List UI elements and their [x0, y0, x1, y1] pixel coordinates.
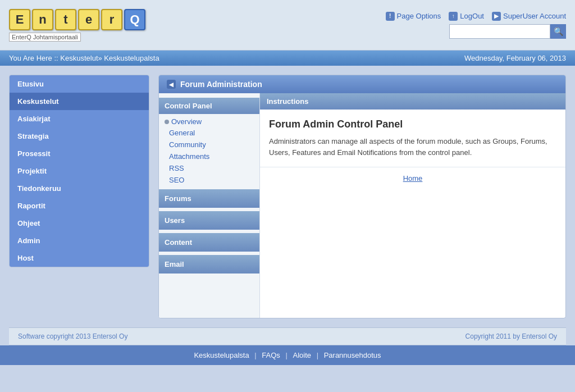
attachments-link[interactable]: Attachments — [159, 151, 259, 162]
search-button[interactable]: 🔍 — [550, 24, 566, 39]
bottom-nav: Keskustelupalsta | FAQs | Aloite | Paran… — [0, 345, 575, 365]
header: E n t e r Q EnterQ Johtamisportaali ! Pa… — [0, 0, 575, 51]
instructions-content: Forum Admin Control Panel Administrators… — [260, 110, 565, 167]
control-panel-header: Control Panel — [159, 98, 259, 114]
sidebar-item-ohjeet[interactable]: Ohjeet — [10, 215, 149, 232]
instructions-header: Instructions — [260, 93, 565, 110]
sidebar-item-raportit[interactable]: Raportit — [10, 197, 149, 215]
sidebar-item-keskustelut[interactable]: Keskustelut — [10, 93, 149, 110]
sidebar-item-strategia[interactable]: Strategia — [10, 127, 149, 145]
overview-link[interactable]: Overview — [171, 117, 202, 126]
bottom-nav-parannusehdotus[interactable]: Parannusehdotus — [324, 351, 381, 359]
sep3: | — [317, 351, 318, 359]
header-right: ! Page Options ↑ LogOut ▶ SuperUser Acco… — [386, 12, 566, 39]
seo-link[interactable]: SEO — [159, 174, 259, 186]
email-button[interactable]: Email — [159, 255, 259, 274]
page-options-link[interactable]: ! Page Options — [386, 12, 441, 21]
home-link-area: Home — [260, 167, 565, 189]
rss-link[interactable]: RSS — [159, 162, 259, 174]
forums-button[interactable]: Forums — [159, 189, 259, 208]
sidebar-item-etusivu[interactable]: Etusivu — [10, 75, 149, 93]
community-link[interactable]: Community — [159, 139, 259, 151]
sidebar: Etusivu Keskustelut Asiakirjat Strategia… — [9, 75, 149, 267]
sidebar-item-host[interactable]: Host — [10, 249, 149, 267]
sidebar-item-prosessit[interactable]: Prosessit — [10, 145, 149, 162]
logo-tile-n: n — [32, 9, 53, 30]
logo-tile-t: t — [55, 9, 76, 30]
sidebar-item-projektit[interactable]: Projektit — [10, 162, 149, 180]
sidebar-item-asiakirjat[interactable]: Asiakirjat — [10, 110, 149, 127]
home-link[interactable]: Home — [403, 174, 423, 183]
sidebar-item-tiedonkeruu[interactable]: Tiedonkeruu — [10, 180, 149, 197]
sidebar-item-admin[interactable]: Admin — [10, 232, 149, 249]
bottom-nav-keskustelupalsta[interactable]: Keskustelupalsta — [194, 351, 249, 359]
copyright-bar: Software copyright 2013 Entersol Oy Copy… — [9, 327, 566, 345]
logo-tiles: E n t e r Q — [9, 9, 145, 30]
logo-tile-q: Q — [124, 9, 145, 30]
logo-tile-r: r — [101, 9, 122, 30]
breadcrumb-bar: You Are Here :: Keskustelut» Keskustelup… — [0, 51, 575, 66]
breadcrumb-date: Wednesday, February 06, 2013 — [464, 54, 566, 62]
forum-body: Control Panel Overview General Community… — [159, 93, 565, 318]
sep1: | — [254, 351, 256, 359]
logo-subtitle: EnterQ Johtamisportaali — [9, 33, 81, 42]
instructions-title: Forum Admin Control Panel — [269, 118, 556, 130]
logout-link[interactable]: ↑ LogOut — [449, 12, 484, 21]
general-link[interactable]: General — [159, 127, 259, 139]
forum-admin-title: Forum Administration — [180, 80, 262, 89]
forum-admin-header: ◀ Forum Administration — [159, 75, 565, 93]
right-panel: Instructions Forum Admin Control Panel A… — [260, 93, 565, 318]
instructions-body: Administrators can manage all aspects of… — [269, 136, 556, 158]
header-links: ! Page Options ↑ LogOut ▶ SuperUser Acco… — [386, 12, 566, 21]
copyright-left: Software copyright 2013 Entersol Oy — [18, 332, 127, 340]
superuser-icon: ▶ — [492, 12, 501, 21]
logout-icon: ↑ — [449, 12, 458, 21]
page-options-icon: ! — [386, 12, 395, 21]
search-input[interactable] — [449, 24, 550, 39]
main-container: Etusivu Keskustelut Asiakirjat Strategia… — [0, 66, 575, 327]
logo-tile-e: E — [9, 9, 30, 30]
collapse-button[interactable]: ◀ — [167, 80, 176, 89]
sep2: | — [285, 351, 287, 359]
left-panel: Control Panel Overview General Community… — [159, 93, 260, 318]
copyright-right: Copyright 2011 by Entersol Oy — [466, 332, 557, 340]
search-bar: 🔍 — [449, 24, 566, 39]
bottom-nav-aloite[interactable]: Aloite — [293, 351, 311, 359]
overview-item: Overview — [159, 116, 259, 127]
breadcrumb-text: You Are Here :: Keskustelut» Keskustelup… — [9, 54, 159, 62]
bullet-dot — [165, 120, 169, 124]
content-area: ◀ Forum Administration Control Panel Ove… — [158, 75, 566, 318]
superuser-link[interactable]: ▶ SuperUser Account — [492, 12, 566, 21]
bottom-nav-faqs[interactable]: FAQs — [262, 351, 280, 359]
users-button[interactable]: Users — [159, 211, 259, 230]
logo-area: E n t e r Q EnterQ Johtamisportaali — [9, 9, 145, 42]
logo-tile-e2: e — [78, 9, 99, 30]
content-button[interactable]: Content — [159, 233, 259, 252]
